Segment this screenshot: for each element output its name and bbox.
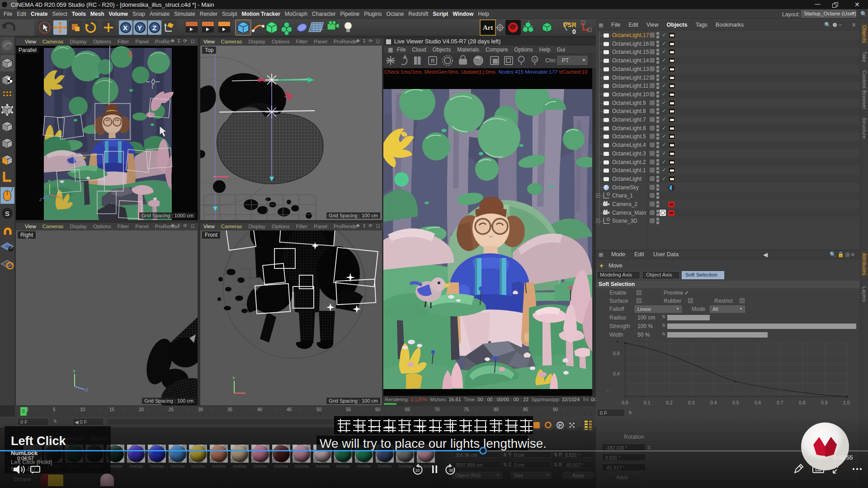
svg-text:0: 0	[26, 407, 28, 412]
svg-text:Y: Y	[73, 369, 75, 374]
svg-text:90: 90	[553, 407, 558, 412]
svg-text:30: 30	[198, 407, 203, 412]
svg-text:80: 80	[494, 407, 499, 412]
svg-text:0.9: 0.9	[821, 400, 828, 405]
svg-text:Z: Z	[39, 197, 42, 202]
svg-text:. .: . .	[607, 387, 611, 392]
svg-text:10: 10	[80, 407, 85, 412]
svg-text:25: 25	[169, 407, 174, 412]
svg-text:55: 55	[346, 407, 351, 412]
svg-text:30: 30	[449, 468, 453, 473]
svg-text:Y: Y	[232, 376, 235, 380]
svg-text:0.4: 0.4	[613, 371, 620, 376]
svg-text:5: 5	[53, 407, 56, 412]
svg-text:75: 75	[464, 407, 469, 412]
svg-text:65: 65	[405, 407, 410, 412]
svg-text:10: 10	[415, 468, 420, 473]
svg-text:X: X	[123, 24, 127, 32]
svg-text:20: 20	[139, 407, 144, 412]
svg-text:Z: Z	[152, 24, 156, 32]
svg-text:0.7: 0.7	[777, 400, 783, 405]
svg-text:0.5: 0.5	[732, 400, 739, 405]
svg-text:0.1: 0.1	[644, 400, 651, 405]
svg-text:60: 60	[375, 407, 381, 412]
svg-text:Art: Art	[483, 24, 493, 31]
svg-text:15: 15	[109, 407, 115, 412]
svg-text:35: 35	[227, 407, 233, 412]
svg-text:0: 0	[572, 28, 576, 35]
svg-text:45: 45	[287, 407, 292, 412]
svg-text:S: S	[5, 210, 9, 217]
svg-text:0.0: 0.0	[622, 400, 628, 405]
svg-text:1.0: 1.0	[843, 400, 850, 405]
svg-text:0.3: 0.3	[688, 400, 695, 405]
svg-text:70: 70	[434, 407, 440, 412]
svg-text:0.6: 0.6	[755, 400, 761, 405]
svg-text:Z: Z	[85, 388, 88, 392]
svg-text:PSR: PSR	[563, 21, 576, 28]
svg-text:85: 85	[523, 407, 528, 412]
svg-text:0.8: 0.8	[613, 351, 620, 356]
svg-text:0: 0	[22, 409, 25, 414]
svg-text:0.8: 0.8	[799, 400, 806, 405]
svg-text:0.2: 0.2	[666, 400, 673, 405]
svg-text:0.4: 0.4	[710, 400, 717, 405]
svg-text:40: 40	[257, 407, 263, 412]
svg-text:50: 50	[316, 407, 322, 412]
svg-text:Y: Y	[137, 24, 142, 32]
